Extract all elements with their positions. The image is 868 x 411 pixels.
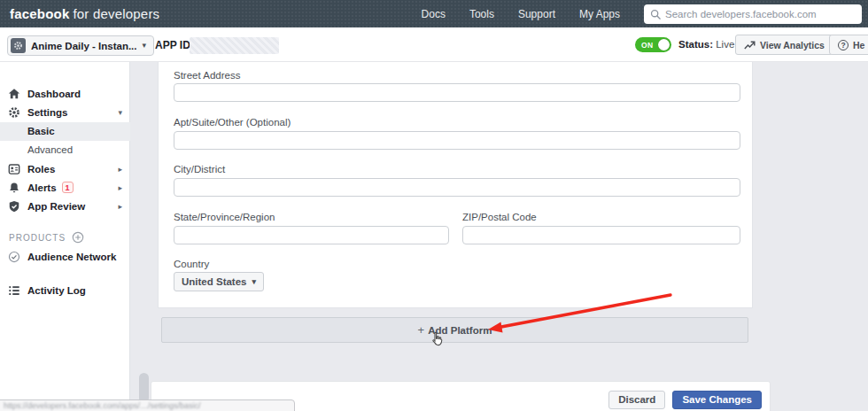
help-label: He — [853, 40, 864, 50]
country-dropdown[interactable]: United States ▾ — [174, 272, 264, 291]
search-icon — [650, 9, 661, 19]
nav-link-tools[interactable]: Tools — [469, 8, 494, 20]
products-label: PRODUCTS — [9, 233, 66, 243]
app-on-toggle[interactable]: ON — [635, 37, 671, 52]
state-province-input[interactable] — [174, 226, 449, 244]
add-platform-label: Add Platform — [428, 325, 492, 336]
state-province-label: State/Province/Region — [174, 212, 275, 222]
sidebar-item-label: Audience Network — [27, 248, 116, 267]
save-changes-button[interactable]: Save Changes — [672, 391, 762, 409]
apt-suite-label: Apt/Suite/Other (Optional) — [174, 117, 291, 128]
activity-log-icon — [8, 284, 20, 297]
street-address-input[interactable] — [174, 83, 740, 102]
facebook-developers-logo[interactable]: facebookfor developers — [10, 6, 159, 21]
nav-link-docs[interactable]: Docs — [422, 8, 446, 20]
discard-button[interactable]: Discard — [608, 391, 665, 409]
sidebar-item-label: Settings — [27, 104, 67, 122]
alerts-count-badge: 1 — [62, 182, 74, 193]
status-bar-url: https://developers.facebook.com/apps/…/s… — [0, 401, 201, 410]
chevron-down-icon: ▾ — [252, 278, 257, 286]
products-section-header[interactable]: PRODUCTS — [9, 230, 130, 244]
sidebar-item-alerts[interactable]: Alerts1 ▸ — [0, 179, 130, 198]
sidebar-item-label: Alerts1 — [27, 179, 74, 198]
city-district-input[interactable] — [174, 178, 740, 197]
toggle-on-label: ON — [641, 41, 653, 50]
chevron-down-icon: ▾ — [143, 42, 147, 50]
sidebar-item-label: Advanced — [27, 141, 73, 159]
zip-postal-input[interactable] — [462, 226, 740, 244]
help-button[interactable]: ? He — [829, 35, 868, 55]
app-selector-dropdown[interactable]: Anime Daily - Instan... ▾ — [7, 35, 154, 56]
status-label: Status: — [678, 39, 713, 50]
chevron-right-icon: ▸ — [118, 179, 122, 198]
chevron-right-icon: ▸ — [118, 198, 122, 216]
gear-icon — [8, 106, 20, 119]
sidebar-item-activity-log[interactable]: Activity Log — [0, 282, 130, 300]
nav-link-my-apps[interactable]: My Apps — [579, 8, 620, 20]
brand-facebook: facebook — [10, 6, 69, 21]
country-value: United States — [182, 276, 247, 287]
sidebar-item-label: Roles — [27, 160, 55, 179]
nav-link-support[interactable]: Support — [518, 8, 555, 20]
view-analytics-button[interactable]: View Analytics — [735, 35, 833, 55]
sidebar-item-roles[interactable]: Roles ▸ — [0, 160, 130, 179]
sidebar-item-settings[interactable]: Settings ▾ — [0, 104, 130, 122]
top-navbar: facebookfor developers Docs Tools Suppor… — [0, 0, 868, 27]
sidebar-item-settings-basic[interactable]: Basic — [0, 122, 130, 141]
vertical-scrollbar-thumb[interactable] — [139, 373, 149, 403]
sidebar-item-label: Dashboard — [27, 85, 81, 104]
app-header-bar: Anime Daily - Instan... ▾ APP ID: ON Sta… — [0, 27, 868, 62]
chevron-right-icon: ▸ — [118, 160, 122, 179]
country-label: Country — [174, 259, 209, 269]
sidebar: Dashboard Settings ▾ Basic Advanced Role… — [0, 62, 130, 411]
sidebar-item-audience-network[interactable]: Audience Network — [0, 248, 130, 267]
apt-suite-input[interactable] — [174, 131, 740, 150]
facebook-developers-app-settings-page: facebookfor developers Docs Tools Suppor… — [0, 0, 868, 411]
street-address-label: Street Address — [174, 70, 240, 81]
sidebar-item-dashboard[interactable]: Dashboard — [0, 85, 130, 104]
zip-postal-label: ZIP/Postal Code — [462, 212, 537, 222]
sidebar-item-label: Basic — [27, 122, 55, 141]
plus-icon: + — [418, 323, 425, 337]
app-name: Anime Daily - Instan... — [31, 41, 137, 51]
plus-circle-icon — [72, 231, 84, 244]
city-district-label: City/District — [174, 164, 225, 174]
bell-icon — [8, 182, 20, 194]
app-icon — [11, 38, 26, 53]
status-value: Live — [716, 39, 734, 50]
navbar-links: Docs Tools Support My Apps — [422, 0, 862, 27]
search-box[interactable] — [644, 4, 862, 24]
chevron-down-icon: ▾ — [118, 104, 122, 122]
view-analytics-label: View Analytics — [760, 40, 825, 50]
roles-badge-icon — [8, 163, 20, 175]
app-id-redacted-value — [190, 37, 279, 54]
home-icon — [8, 88, 20, 100]
trending-arrow-icon — [744, 40, 756, 50]
app-status: Status: Live — [678, 39, 734, 50]
sidebar-item-settings-advanced[interactable]: Advanced — [0, 141, 130, 159]
check-circle-icon — [8, 251, 20, 263]
sidebar-item-app-review[interactable]: App Review ▸ — [0, 198, 130, 216]
question-mark-icon: ? — [838, 40, 849, 50]
sidebar-item-label: Activity Log — [27, 282, 86, 300]
search-input[interactable] — [665, 9, 856, 19]
shield-check-icon — [8, 200, 20, 213]
sidebar-item-label: App Review — [27, 198, 85, 216]
browser-status-bar: https://developers.facebook.com/apps/…/s… — [0, 399, 295, 411]
add-platform-button[interactable]: + Add Platform — [161, 317, 748, 343]
app-id-label: APP ID: — [155, 39, 194, 51]
basic-settings-card: Street Address Apt/Suite/Other (Optional… — [158, 62, 753, 308]
toggle-knob — [658, 39, 670, 50]
brand-for-developers: for developers — [73, 6, 159, 21]
